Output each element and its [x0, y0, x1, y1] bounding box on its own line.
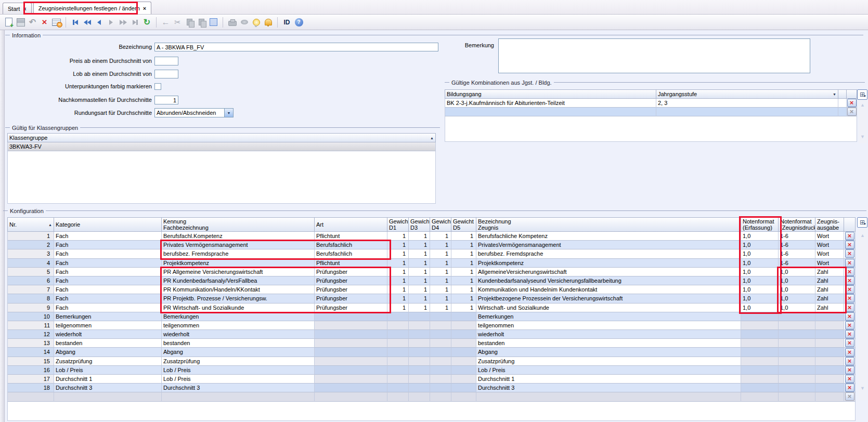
delete-row-button[interactable]: × [845, 232, 854, 240]
column-header-klassengruppe[interactable]: Klassengruppe▲ [7, 133, 436, 142]
table-row[interactable]: 15ZusatzprüfungZusatzprüfungZusatzprüfun… [7, 357, 856, 366]
save-icon[interactable] [15, 17, 26, 28]
table-row[interactable]: 7FachPR Kommunikation/Handeln/KKontaktPr… [7, 285, 856, 294]
nav-next-page-icon[interactable] [118, 17, 128, 28]
scroll-up-icon[interactable]: ▲ [860, 102, 865, 108]
table-row[interactable]: 14AbgangAbgangAbgang× [7, 348, 856, 357]
left-splitter[interactable] [0, 30, 5, 422]
table-row[interactable]: 11teilgenommenteilgenommenteilgenommen× [7, 321, 856, 330]
delete-row-button[interactable]: × [845, 294, 854, 302]
column-header[interactable]: Gewicht D1 [387, 217, 409, 232]
record-id-button[interactable]: ID [281, 17, 292, 28]
preis-input[interactable] [154, 57, 178, 65]
delete-row-button[interactable]: × [845, 276, 854, 285]
select-region-icon[interactable] [208, 17, 219, 28]
back-icon[interactable]: ← [160, 17, 171, 28]
bezeichnung-input[interactable] [154, 43, 438, 51]
delete-row-button[interactable]: × [845, 241, 854, 249]
table-row[interactable]: 16Lob / PreisLob / PreisLob / Preis× [7, 366, 856, 375]
sort-ascending-icon[interactable]: ▲ [430, 136, 434, 140]
close-tab-icon[interactable]: × [143, 5, 146, 11]
column-header[interactable]: Art [315, 217, 387, 232]
table-row[interactable]: 6FachPR Kundenbedarfsanaly/VersFallbeaPr… [7, 276, 856, 285]
delete-row-button[interactable]: × [845, 339, 854, 347]
table-row[interactable]: 4FachProjektkompetenzPflichtunt1111Proje… [7, 259, 856, 268]
delete-row-button[interactable]: × [845, 366, 854, 374]
cut-icon[interactable]: ✂ [172, 17, 183, 28]
column-header[interactable]: Notenformat (Erfassung) [741, 217, 779, 232]
delete-row-button[interactable]: × [847, 108, 857, 116]
scrollbar-track[interactable] [859, 229, 867, 400]
column-header[interactable]: Notenformat (Zeugnisdruck) [779, 217, 815, 232]
column-header[interactable]: Nr.▲ [7, 217, 54, 232]
nachkommastellen-input[interactable] [154, 96, 178, 104]
table-row[interactable]: 1FachBerufsfachl.KompetenzPflichtunt1111… [7, 232, 856, 241]
copy-icon[interactable] [184, 17, 195, 28]
delete-row-button[interactable]: × [845, 392, 854, 401]
nav-prev-icon[interactable] [94, 17, 105, 28]
column-header-jahrgangsstufe[interactable]: Jahrgangsstufe▼ [656, 89, 838, 99]
delete-row-button[interactable]: × [847, 99, 857, 107]
delete-row-button[interactable]: × [845, 259, 854, 267]
table-row[interactable]: 5FachPR Allgemeine Versicherungswirtscha… [7, 268, 856, 276]
table-row[interactable]: 8FachPR Projektb. Prozesse / Versicherun… [7, 294, 856, 303]
add-row-button[interactable]: ⊞▼ [857, 89, 867, 100]
table-row-empty[interactable]: × [7, 392, 856, 401]
nav-last-icon[interactable] [129, 17, 140, 28]
sort-ascending-icon[interactable]: ▲ [48, 223, 52, 227]
table-row[interactable]: 18Durchschnitt 3Durchschnitt 3Durchschni… [7, 384, 856, 392]
column-header[interactable]: Gewicht D4 [430, 217, 451, 232]
dropdown-arrow-icon[interactable]: ▼ [224, 109, 233, 117]
delete-row-button[interactable]: × [845, 285, 854, 294]
lob-input[interactable] [154, 70, 178, 78]
table-row[interactable]: 3Fachberufsbez. FremdspracheBerufsfachli… [7, 249, 856, 258]
table-row[interactable]: 12wiederholtwiederholtwiederholt× [7, 330, 856, 339]
help-icon[interactable]: ? [293, 17, 304, 28]
delete-row-button[interactable]: × [845, 375, 854, 383]
table-row[interactable]: 2FachPrivates VermögensmanagementBerufsf… [7, 241, 856, 249]
column-header[interactable]: Gewicht D3 [409, 217, 430, 232]
scroll-up-icon[interactable]: ▲ [860, 233, 865, 238]
rundungsart-select[interactable]: Abrunden/Abschneiden ▼ [154, 108, 234, 117]
add-row-button[interactable]: ⊞▼ [857, 217, 867, 228]
delete-row-button[interactable]: × [845, 312, 854, 321]
delete-row-button[interactable]: × [845, 321, 854, 329]
column-header[interactable]: Bezeichnung Zeugnis [476, 217, 741, 232]
table-row[interactable]: BK 2-3-j.Kaufmännisch für Abiturienten-T… [445, 99, 857, 108]
table-row[interactable]: 9FachPR Wirtschaft- und SozialkundePrüfu… [7, 304, 856, 312]
paste-icon[interactable] [196, 17, 207, 28]
table-row[interactable]: 10BemerkungenBemerkungenBemerkungen× [7, 312, 856, 321]
nav-next-icon[interactable] [106, 17, 116, 28]
column-header[interactable]: Gewicht D5 [451, 217, 476, 232]
tab-zeugniseinstellungen[interactable]: Zeugniseinstellungen festlegen / ändern … [33, 2, 152, 14]
filter-dropdown-icon[interactable]: ▼ [833, 93, 836, 96]
delete-record-icon[interactable]: × [39, 17, 50, 28]
bemerkung-textarea[interactable] [498, 38, 810, 73]
print-icon[interactable] [227, 17, 238, 28]
delete-row-button[interactable]: × [845, 357, 854, 365]
delete-row-button[interactable]: × [845, 304, 854, 312]
table-row-selected-empty[interactable]: × [445, 108, 857, 116]
delete-row-button[interactable]: × [845, 249, 854, 258]
scroll-down-icon[interactable]: ▼ [860, 386, 865, 391]
column-header[interactable]: Zeugnis- ausgabe [815, 217, 844, 232]
delete-row-button[interactable]: × [845, 384, 854, 392]
undo-icon[interactable]: ↶ [27, 17, 38, 28]
tab-start[interactable]: Start × [3, 3, 32, 14]
column-header[interactable]: Kategorie [54, 217, 162, 232]
table-row[interactable]: 17Durchschnitt 1Lob / PreisDurchschnitt … [7, 375, 856, 384]
delete-row-button[interactable]: × [845, 268, 854, 276]
hint-icon[interactable] [251, 17, 262, 28]
table-row[interactable]: 13bestandenbestandenbestanden× [7, 339, 856, 348]
preview-icon[interactable] [239, 17, 250, 28]
column-header[interactable] [844, 217, 856, 232]
new-record-icon[interactable]: + [3, 17, 14, 28]
unterpunktungen-checkbox[interactable] [154, 83, 161, 90]
nav-first-icon[interactable] [70, 17, 81, 28]
delete-row-button[interactable]: × [845, 330, 854, 338]
close-tab-icon[interactable]: × [23, 6, 26, 12]
refresh-icon[interactable]: ↻ [141, 17, 152, 28]
delete-row-button[interactable]: × [845, 348, 854, 357]
column-header[interactable]: Kennung Fachbezeichnung [162, 217, 315, 232]
edit-form-icon[interactable]: − [51, 17, 62, 28]
